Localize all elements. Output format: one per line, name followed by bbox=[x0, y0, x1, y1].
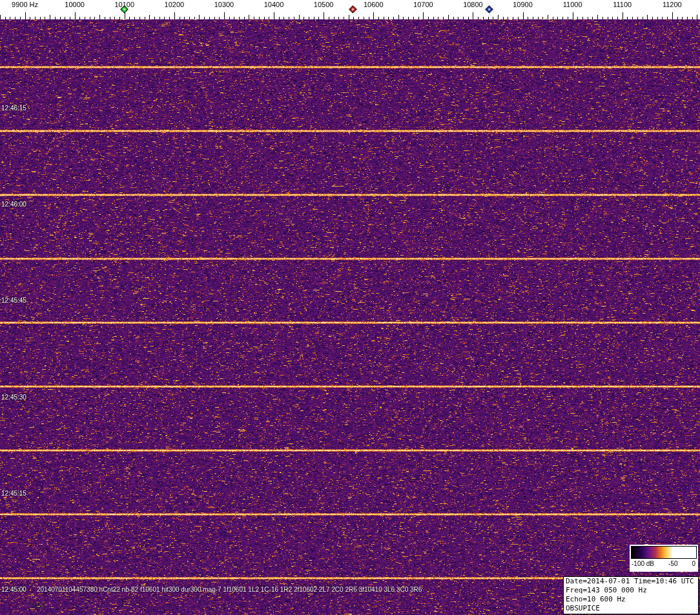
ruler-tick-label: 11100 bbox=[613, 1, 632, 8]
ruler-tick-label: 10500 bbox=[314, 1, 334, 8]
colorbar-labels: -100 dB -50 0 bbox=[631, 559, 697, 569]
info-line-station: OBSUPICE bbox=[566, 604, 696, 613]
waterfall-area[interactable]: 12:46:1512:46:0012:45:4512:45:3012:45:15… bbox=[0, 19, 700, 615]
info-line-echo: Echo=10 600 Hz bbox=[566, 595, 696, 604]
colorbar-gradient bbox=[631, 546, 697, 559]
ruler-tick-label: 10400 bbox=[264, 1, 284, 8]
colorbar-label-mid: -50 bbox=[668, 560, 677, 567]
info-line-datetime: Date=2014-07-01 Time=10:46 UTC bbox=[566, 577, 696, 586]
colorbar-label-max: 0 bbox=[692, 560, 695, 567]
time-label: 12:45:45 bbox=[1, 297, 26, 304]
spectrogram-window: 9900 Hz100001010010200103001040010500106… bbox=[0, 0, 700, 615]
colorbar-label-min: -100 dB bbox=[632, 560, 654, 567]
ruler-tick-label: 10300 bbox=[214, 1, 234, 8]
ruler-tick-label: 11000 bbox=[563, 1, 582, 8]
time-label: 12:46:00 bbox=[1, 201, 26, 208]
ruler-tick-label: 10200 bbox=[165, 1, 185, 8]
waterfall-canvas[interactable] bbox=[0, 19, 700, 615]
time-label: 12:45:30 bbox=[1, 394, 26, 401]
time-label: 12:45:15 bbox=[1, 490, 26, 497]
ruler-tick-label: 10000 bbox=[65, 1, 85, 8]
cursor-readout: ^t+57 bbox=[29, 602, 45, 609]
info-line-frequency: Freq=143 050 000 Hz bbox=[566, 586, 696, 595]
frequency-ruler[interactable]: 9900 Hz100001010010200103001040010500106… bbox=[0, 0, 700, 19]
amplitude-colorbar: -100 dB -50 0 bbox=[630, 545, 698, 572]
ruler-tick-label: 10900 bbox=[513, 1, 533, 8]
ruler-tick-label: 11200 bbox=[663, 1, 682, 8]
time-label: 12:46:15 bbox=[1, 105, 26, 112]
ruler-tick-label: 9900 Hz bbox=[12, 1, 38, 8]
ruler-tick-label: 10600 bbox=[364, 1, 384, 8]
time-label: 12:45:00 bbox=[1, 586, 26, 593]
info-box: Date=2014-07-01 Time=10:46 UTC Freq=143 … bbox=[563, 576, 699, 614]
ruler-tick-label: 10800 bbox=[463, 1, 483, 8]
detection-status-line: 20140701104457380 hCnt22 nb-82 f10601 hi… bbox=[37, 586, 422, 593]
ruler-tick-label: 10700 bbox=[413, 1, 433, 8]
